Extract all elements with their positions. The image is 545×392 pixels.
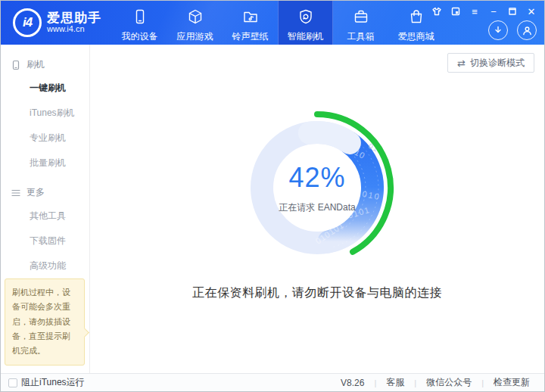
menu-lines-icon	[11, 188, 21, 198]
check-update-link[interactable]: 检查更新	[484, 376, 540, 389]
checkbox-icon	[8, 378, 17, 387]
menu-icon[interactable]: ≡	[469, 6, 480, 17]
toolbox-icon	[353, 8, 369, 26]
mini-mode-icon[interactable]	[450, 6, 461, 17]
app-title: 爱思助手	[47, 11, 101, 25]
app-logo: i4 爱思助手 www.i4.cn	[1, 1, 112, 45]
user-account-icon[interactable]	[517, 20, 537, 40]
tab-label: 铃声壁纸	[232, 30, 269, 43]
tab-label: 工具箱	[347, 30, 375, 43]
header-quick-actions	[488, 20, 537, 40]
flash-progress-ring: 1010 01010 010101 010101 010 42% 正在请求 EA…	[238, 108, 397, 267]
flash-status-message: 正在保资料刷机，请勿断开设备与电脑的连接	[192, 285, 442, 301]
shopping-bag-icon	[408, 8, 425, 26]
sidebar-item-download-firmware[interactable]: 下载固件	[1, 229, 89, 254]
device-icon	[132, 8, 148, 26]
i4-logo-icon: i4	[13, 8, 42, 37]
close-button[interactable]: ✕	[526, 6, 537, 17]
tab-label: 我的设备	[122, 30, 158, 43]
progress-percent: 42%	[288, 162, 345, 194]
progress-step-status: 正在请求 EANData	[279, 201, 355, 214]
status-bar: 阻止iTunes运行 V8.26 客服 微信公众号 检查更新	[1, 373, 544, 391]
tab-label: 智能刷机	[288, 30, 324, 43]
download-manager-icon[interactable]	[488, 20, 508, 40]
sidebar-item-other-tools[interactable]: 其他工具	[1, 204, 89, 229]
window-controls: ≡ − ✕	[431, 6, 537, 17]
sidebar-item-batch-flash[interactable]: 批量刷机	[1, 151, 89, 176]
minimize-button[interactable]: −	[488, 6, 499, 17]
sidebar-item-itunes-flash[interactable]: iTunes刷机	[1, 101, 89, 126]
version-label: V8.26	[331, 378, 374, 388]
sidebar-section-more: 更多	[1, 182, 89, 204]
wechat-official-account-link[interactable]: 微信公众号	[416, 376, 481, 389]
tab-toolbox[interactable]: 工具箱	[333, 1, 388, 45]
tab-ringtones-wallpapers[interactable]: 铃声壁纸	[223, 1, 278, 45]
app-url: www.i4.cn	[47, 25, 101, 34]
tab-label: 爱思商城	[398, 30, 434, 43]
maximize-button[interactable]	[507, 6, 518, 17]
music-folder-icon	[242, 8, 259, 26]
tab-apps-games[interactable]: 应用游戏	[167, 1, 223, 45]
footer-links: V8.26 客服 微信公众号 检查更新	[331, 376, 544, 389]
section-label: 更多	[26, 186, 45, 199]
sidebar-item-one-key-flash[interactable]: 一键刷机	[1, 76, 89, 101]
tab-label: 应用游戏	[177, 30, 213, 43]
main-content: ⇄ 切换诊断模式	[90, 45, 544, 373]
phone-icon	[11, 60, 21, 70]
main-nav: 我的设备 应用游戏 铃声壁纸 智能刷机	[112, 1, 444, 45]
swap-arrows-icon: ⇄	[457, 58, 466, 69]
app-window: i4 爱思助手 www.i4.cn 我的设备 应用游戏	[0, 0, 545, 392]
switch-diagnostic-mode-button[interactable]: ⇄ 切换诊断模式	[447, 53, 534, 73]
tab-smart-flash[interactable]: 智能刷机	[278, 1, 333, 45]
tab-my-device[interactable]: 我的设备	[112, 1, 167, 45]
sidebar: 刷机 一键刷机 iTunes刷机 专业刷机 批量刷机 更多 其他工具 下载固件 …	[1, 45, 90, 373]
shield-refresh-icon	[297, 8, 314, 26]
flash-warning-tooltip: 刷机过程中，设备可能会多次重启，请勿拔插设备，直至提示刷机完成。	[5, 278, 85, 366]
button-label: 切换诊断模式	[470, 57, 525, 70]
checkbox-label: 阻止iTunes运行	[21, 376, 85, 389]
sidebar-item-advanced-features[interactable]: 高级功能	[1, 254, 89, 278]
header: i4 爱思助手 www.i4.cn 我的设备 应用游戏	[1, 1, 544, 45]
section-label: 刷机	[26, 58, 45, 71]
block-itunes-checkbox[interactable]: 阻止iTunes运行	[1, 376, 85, 389]
cube-icon	[187, 8, 204, 26]
sidebar-section-flash: 刷机	[1, 54, 89, 76]
theme-skin-icon[interactable]	[431, 6, 442, 17]
sidebar-item-pro-flash[interactable]: 专业刷机	[1, 126, 89, 151]
customer-service-link[interactable]: 客服	[376, 376, 414, 389]
